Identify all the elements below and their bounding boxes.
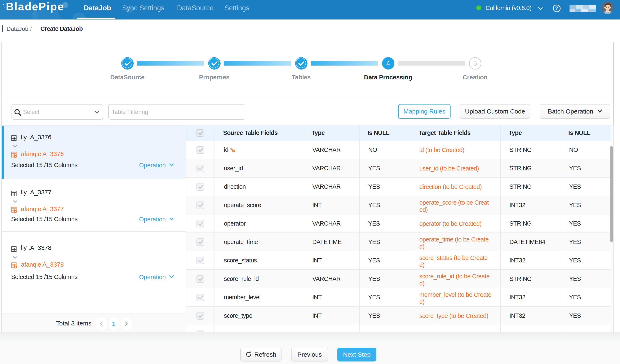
svg-text:?: ? [555, 6, 558, 11]
